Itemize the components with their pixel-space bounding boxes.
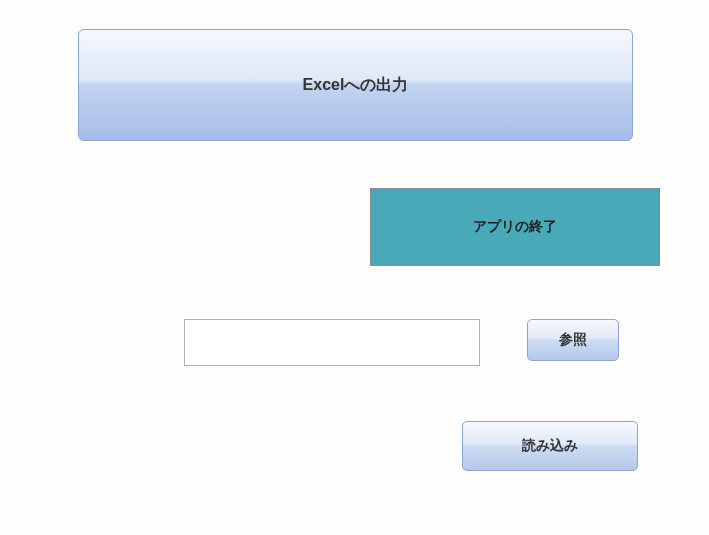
- file-path-input[interactable]: [184, 319, 480, 366]
- export-excel-button[interactable]: Excelへの出力: [78, 29, 633, 141]
- quit-app-button[interactable]: アプリの終了: [370, 188, 660, 266]
- load-button[interactable]: 読み込み: [462, 421, 638, 471]
- browse-label: 参照: [559, 331, 587, 349]
- load-label: 読み込み: [522, 437, 578, 455]
- export-excel-label: Excelへの出力: [303, 75, 409, 96]
- quit-app-label: アプリの終了: [473, 218, 557, 236]
- browse-button[interactable]: 参照: [527, 319, 619, 361]
